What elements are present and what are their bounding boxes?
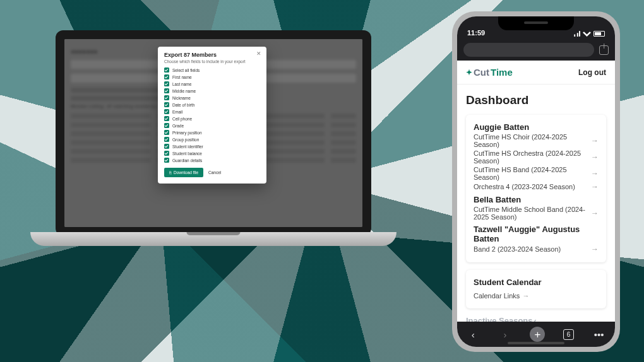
checkbox-icon[interactable]: [164, 116, 169, 121]
field-row-middle-name[interactable]: Middle name: [164, 88, 260, 93]
enrollment-label: CutTime HS Band (2024-2025 Season): [474, 166, 591, 181]
export-members-modal: ✕ Export 87 Members Choose which fields …: [158, 47, 266, 184]
checkbox-icon[interactable]: [164, 109, 169, 114]
field-row-student-balance[interactable]: Student balance: [164, 151, 260, 156]
enrollment-label: CutTime HS Orchestra (2024-2025 Season): [474, 149, 591, 165]
back-icon[interactable]: ‹: [466, 327, 480, 341]
field-label: Last name: [172, 82, 191, 86]
checkbox-icon[interactable]: [164, 137, 169, 142]
field-row-grade[interactable]: Grade: [164, 123, 260, 128]
field-row-cell-phone[interactable]: Cell phone: [164, 116, 260, 121]
field-row-last-name[interactable]: Last name: [164, 81, 260, 86]
more-icon[interactable]: •••: [592, 327, 606, 341]
download-file-button[interactable]: ⎘ Download file: [164, 168, 203, 177]
enrollment-link[interactable]: CutTime HS Band (2024-2025 Season)→: [474, 166, 599, 181]
phone-screen: 11:59 ✦ CutTime Log out Dashboard Auggie…: [457, 16, 615, 347]
phone-mockup: 11:59 ✦ CutTime Log out Dashboard Auggie…: [452, 11, 620, 352]
select-all-row[interactable]: Select all fields: [164, 67, 260, 73]
checkbox-icon[interactable]: [164, 88, 169, 93]
checkbox-icon[interactable]: [164, 151, 169, 156]
cancel-button[interactable]: Cancel: [208, 170, 221, 175]
field-row-primary-position[interactable]: Primary position: [164, 130, 260, 135]
battery-icon: [593, 31, 605, 37]
calendar-links[interactable]: Calendar Links→: [474, 292, 529, 300]
share-icon[interactable]: [599, 45, 609, 55]
logo-sparkle-icon: ✦: [466, 68, 472, 77]
arrow-right-icon: →: [591, 136, 599, 145]
checkbox-icon[interactable]: [164, 144, 169, 149]
select-all-label: Select all fields: [172, 68, 200, 73]
laptop-base: [30, 232, 397, 246]
home-indicator: [508, 342, 564, 344]
field-label: Group position: [172, 137, 199, 142]
field-label: Grade: [172, 124, 184, 128]
field-row-group-position[interactable]: Group position: [164, 137, 260, 142]
status-time: 11:59: [467, 29, 485, 37]
field-label: Middle name: [172, 89, 196, 93]
students-card: Auggie BattenCutTime HS Choir (2024-2025…: [466, 115, 606, 262]
field-label: Nickname: [172, 96, 191, 100]
tabs-icon[interactable]: 6: [563, 329, 574, 340]
student-name: Tazwell "Auggie" Augustus Batten: [474, 225, 599, 243]
arrow-right-icon: →: [591, 169, 599, 178]
laptop-bezel: ■■■■■■■ Member Listing - 87 matching mem…: [56, 30, 371, 236]
modal-subtitle: Choose which fields to include in your e…: [164, 59, 260, 64]
wifi-icon: [583, 31, 591, 37]
field-row-email[interactable]: Email: [164, 109, 260, 114]
checkbox-icon[interactable]: [164, 123, 169, 128]
app-header: ✦ CutTime Log out: [457, 61, 615, 85]
new-tab-icon[interactable]: +: [530, 327, 545, 342]
signal-icon: [572, 31, 580, 37]
forward-icon[interactable]: ›: [498, 327, 512, 341]
field-row-guardian-details[interactable]: Guardian details: [164, 158, 260, 163]
checkbox-icon[interactable]: [164, 130, 169, 135]
enrollment-label: Band 2 (2023-2024 Season): [474, 245, 561, 253]
student-name: Auggie Batten: [474, 122, 599, 132]
enrollment-link[interactable]: Orchestra 4 (2023-2024 Season)→: [474, 182, 599, 191]
inactive-seasons-toggle[interactable]: Inactive Seasons‹: [466, 316, 606, 322]
checkbox-icon[interactable]: [164, 81, 169, 86]
checkbox-icon[interactable]: [164, 102, 169, 107]
checkbox-icon[interactable]: [164, 158, 169, 163]
checkbox-icon[interactable]: [164, 74, 169, 79]
checkbox-icon[interactable]: [164, 95, 169, 100]
field-label: Student identifier: [172, 144, 203, 149]
field-row-date-of-birth[interactable]: Date of birth: [164, 102, 260, 107]
enrollment-link[interactable]: Band 2 (2023-2024 Season)→: [474, 245, 599, 254]
calendar-card: Student Calendar Calendar Links→: [466, 270, 606, 308]
arrow-right-icon: →: [522, 292, 529, 300]
laptop-screen: ■■■■■■■ Member Listing - 87 matching mem…: [64, 39, 362, 227]
close-icon[interactable]: ✕: [256, 50, 261, 57]
field-label: First name: [172, 75, 192, 79]
download-label: Download file: [174, 170, 198, 175]
student-name: Bella Batten: [474, 195, 599, 204]
field-row-first-name[interactable]: First name: [164, 74, 260, 79]
field-label: Student balance: [172, 151, 202, 156]
modal-title: Export 87 Members: [164, 52, 260, 58]
arrow-right-icon: →: [591, 245, 599, 254]
checkbox-icon[interactable]: [164, 67, 169, 73]
cuttime-logo[interactable]: ✦ CutTime: [466, 67, 513, 78]
arrow-right-icon: →: [591, 209, 599, 218]
dashboard-body: Dashboard Auggie BattenCutTime HS Choir …: [457, 85, 615, 322]
field-row-nickname[interactable]: Nickname: [164, 95, 260, 100]
enrollment-link[interactable]: CutTime Middle School Band (2024-2025 Se…: [474, 206, 599, 221]
field-label: Cell phone: [172, 117, 192, 121]
chevron-left-icon: ‹: [534, 316, 537, 322]
browser-url-bar: [457, 39, 615, 61]
arrow-right-icon: →: [591, 153, 599, 161]
phone-notch: [498, 16, 574, 30]
url-field[interactable]: [463, 43, 594, 57]
arrow-right-icon: →: [591, 182, 599, 191]
enrollment-link[interactable]: CutTime HS Choir (2024-2025 Season)→: [474, 133, 599, 148]
field-label: Date of birth: [172, 103, 194, 107]
field-row-student-identifier[interactable]: Student identifier: [164, 144, 260, 149]
enrollment-label: CutTime HS Choir (2024-2025 Season): [474, 133, 591, 148]
download-icon: ⎘: [169, 170, 172, 175]
enrollment-link[interactable]: CutTime HS Orchestra (2024-2025 Season)→: [474, 149, 599, 165]
laptop-mockup: ■■■■■■■ Member Listing - 87 matching mem…: [30, 30, 397, 283]
logout-link[interactable]: Log out: [578, 68, 606, 77]
dashboard-title: Dashboard: [466, 93, 606, 107]
enrollment-label: Orchestra 4 (2023-2024 Season): [474, 183, 575, 190]
field-label: Primary position: [172, 131, 202, 135]
